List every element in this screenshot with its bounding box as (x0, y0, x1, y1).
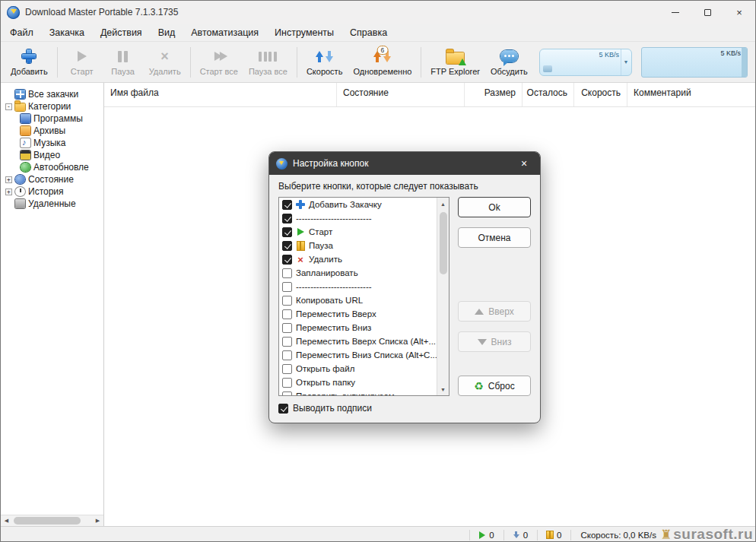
list-item-label: Пауза (309, 241, 333, 250)
ok-button[interactable]: Ok (458, 197, 531, 217)
menu-help[interactable]: Справка (350, 27, 387, 38)
list-item-add-download[interactable]: Добавить Закачку (279, 198, 437, 211)
horizontal-scrollbar[interactable]: ◀ ▶ (1, 515, 103, 526)
reset-button[interactable]: ♻ Сброс (458, 376, 531, 396)
menu-automation[interactable]: Автоматизация (191, 27, 259, 38)
column-header-comment[interactable]: Комментарий (627, 83, 755, 106)
menu-actions[interactable]: Действия (100, 27, 142, 38)
start-button[interactable]: Старт (62, 44, 103, 81)
menu-file[interactable]: Файл (10, 27, 33, 38)
dialog-close-button[interactable]: × (508, 152, 540, 175)
list-item-check-antivirus[interactable]: Проверить антивирусом (279, 389, 437, 396)
checkbox[interactable] (282, 364, 292, 374)
tree-item-music[interactable]: Музыка (1, 137, 103, 149)
list-scrollbar[interactable]: ▲ ▼ (437, 198, 449, 395)
watermark-text: surasoft.ru (673, 526, 753, 542)
list-item-separator[interactable]: -------------------------- (279, 211, 437, 225)
speed-icon (316, 51, 333, 62)
checkbox[interactable] (282, 227, 292, 237)
list-item-label: Добавить Закачку (309, 200, 382, 209)
scroll-down-arrow[interactable]: ▼ (437, 383, 449, 395)
list-item-pause[interactable]: Пауза (279, 239, 437, 252)
checkbox[interactable] (282, 296, 292, 306)
tree-item-categories[interactable]: - Категории (1, 100, 103, 113)
simultaneous-button[interactable]: 6 Одновременно (348, 44, 417, 81)
scrollbar-thumb[interactable] (440, 212, 447, 274)
collapse-expander[interactable]: - (5, 103, 12, 110)
move-down-button[interactable]: Вниз (458, 331, 531, 352)
menu-view[interactable]: Вид (158, 27, 176, 38)
list-item-open-file[interactable]: Открыть файл (279, 362, 437, 376)
expand-expander[interactable]: + (5, 189, 12, 195)
list-item-copy-url[interactable]: Копировать URL (279, 293, 437, 307)
pause-button[interactable]: Пауза (103, 44, 144, 81)
delete-button[interactable]: × Удалить (144, 44, 186, 81)
graph-dropdown-arrow[interactable]: ▼ (621, 49, 631, 75)
list-item-open-folder[interactable]: Открыть папку (279, 376, 437, 389)
speed-mode-button[interactable]: Скорость (301, 44, 348, 81)
show-captions-option[interactable]: Выводить подписи (278, 403, 531, 414)
list-item-delete[interactable]: × Удалить (279, 252, 437, 266)
downloads-table-header: Имя файла Состояние Размер Осталось Скор… (104, 83, 755, 107)
tree-item-history[interactable]: + История (1, 185, 103, 198)
queued-count-value: 0 (523, 531, 528, 540)
discuss-button[interactable]: Обсудить (485, 44, 533, 81)
list-item-move-down[interactable]: Переместить Вниз (279, 321, 437, 334)
move-up-button[interactable]: Вверх (458, 301, 531, 322)
scroll-up-arrow[interactable]: ▲ (437, 198, 449, 210)
checkbox[interactable] (282, 391, 292, 397)
checkbox[interactable] (282, 282, 292, 292)
cancel-button[interactable]: Отмена (458, 227, 531, 248)
scrollbar-track[interactable] (12, 515, 92, 526)
expand-expander[interactable]: + (5, 176, 12, 183)
checkbox[interactable] (282, 337, 292, 347)
column-header-size[interactable]: Размер (465, 83, 523, 106)
tree-item-archives[interactable]: Архивы (1, 125, 103, 137)
pause-all-button[interactable]: Пауза все (243, 44, 293, 81)
tree-label: Музыка (33, 138, 65, 148)
speed-graph-panel-large[interactable]: 5 KB/s (641, 47, 748, 78)
ftp-explorer-button[interactable]: FTP Explorer (425, 44, 485, 81)
column-header-remaining[interactable]: Осталось (523, 83, 574, 106)
checkbox[interactable] (282, 323, 292, 333)
tree-item-autoupdate[interactable]: Автообновле (1, 161, 103, 173)
start-all-button[interactable]: Старт все (195, 44, 243, 81)
list-item-move-up[interactable]: Переместить Вверх (279, 307, 437, 321)
list-item-start[interactable]: Старт (279, 225, 437, 239)
list-item-separator[interactable]: -------------------------- (279, 280, 437, 293)
total-speed-label: Скорость: 0,0 KB/s (571, 531, 665, 540)
scrollbar-thumb[interactable] (14, 517, 81, 525)
speed-graph-panel[interactable]: 5 KB/s ▼ (539, 49, 632, 76)
scroll-right-arrow[interactable]: ▶ (92, 515, 103, 527)
checkbox[interactable] (282, 350, 292, 360)
menu-tools[interactable]: Инструменты (275, 27, 334, 38)
tree-item-deleted[interactable]: Удаленные (1, 198, 103, 210)
show-captions-checkbox[interactable] (278, 404, 288, 414)
checkbox[interactable] (282, 214, 292, 223)
menu-download[interactable]: Закачка (49, 27, 84, 38)
column-header-filename[interactable]: Имя файла (104, 83, 337, 106)
tree-item-all-downloads[interactable]: Все закачки (1, 88, 103, 100)
list-item-label: Переместить Вверх (296, 309, 376, 319)
scroll-left-arrow[interactable]: ◀ (1, 515, 12, 527)
tree-label: Видео (33, 150, 60, 160)
programs-icon (21, 114, 30, 123)
tree-item-video[interactable]: Видео (1, 149, 103, 161)
list-item-move-top[interactable]: Переместить Вверх Списка (Alt+... (279, 334, 437, 348)
add-download-button[interactable]: Добавить (5, 44, 53, 81)
tree-item-status[interactable]: + Состояние (1, 173, 103, 185)
maximize-button[interactable] (691, 1, 723, 24)
checkbox[interactable] (282, 378, 292, 388)
column-header-state[interactable]: Состояние (337, 83, 465, 106)
close-button[interactable]: × (723, 1, 755, 24)
checkbox[interactable] (282, 268, 292, 278)
checkbox[interactable] (282, 309, 292, 319)
column-header-speed[interactable]: Скорость (574, 83, 627, 106)
checkbox[interactable] (282, 255, 292, 265)
checkbox[interactable] (282, 241, 292, 251)
checkbox[interactable] (282, 200, 292, 210)
list-item-move-bottom[interactable]: Переместить Вниз Списка (Alt+C... (279, 348, 437, 362)
list-item-schedule[interactable]: Запланировать (279, 266, 437, 280)
tree-item-programs[interactable]: Программы (1, 113, 103, 125)
minimize-button[interactable] (659, 1, 691, 24)
